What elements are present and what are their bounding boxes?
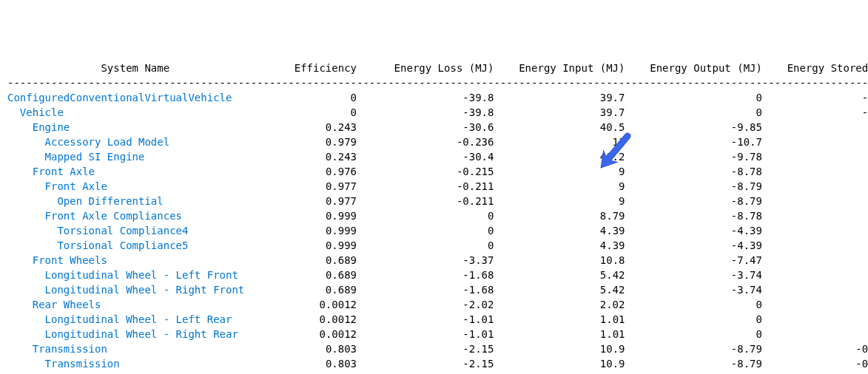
- cell-value: 0: [762, 254, 868, 266]
- cell-value: 0.999: [269, 210, 357, 222]
- system-name-link[interactable]: Front Axle Compliances: [45, 210, 182, 222]
- cell-value: 8.79: [494, 210, 625, 222]
- cell-value: 0: [762, 166, 868, 177]
- cell-value: -4.39: [625, 239, 762, 251]
- cell-value: 0.689: [269, 254, 357, 266]
- cell-value: 1.01: [494, 313, 625, 325]
- cell-value: -7.47: [625, 254, 762, 266]
- cell-value: 0.0012: [269, 313, 357, 325]
- cell-value: 4.39: [494, 239, 625, 251]
- system-name-link[interactable]: Vehicle: [20, 106, 64, 118]
- cell-value: 0: [762, 195, 868, 207]
- system-name-link[interactable]: Torsional Compliance4: [57, 225, 188, 237]
- cell-value: 0: [762, 121, 868, 133]
- col-header: Energy Loss (MJ): [357, 62, 494, 74]
- system-name-link[interactable]: Transmission: [33, 343, 107, 355]
- cell-value: 0.689: [269, 284, 357, 296]
- system-name-link[interactable]: Rear Wheels: [33, 299, 101, 310]
- cell-value: -1.01: [357, 328, 494, 340]
- cell-value: 0: [625, 92, 761, 103]
- cell-value: -39.8: [357, 92, 494, 103]
- cell-value: -0.211: [357, 195, 494, 207]
- cell-value: 0: [762, 313, 868, 325]
- cell-value: -8.79: [625, 343, 762, 355]
- cell-value: -0.109: [762, 92, 868, 103]
- cell-value: 4.39: [494, 225, 625, 237]
- col-header: System Name: [7, 62, 269, 74]
- cell-value: 0: [762, 284, 868, 296]
- cell-value: 0: [762, 239, 868, 251]
- annotation-arrow-icon: [244, 362, 311, 374]
- cell-value: 0.999: [269, 225, 357, 237]
- col-header: Energy Output (MJ): [625, 62, 761, 74]
- cell-value: -3.37: [357, 254, 494, 266]
- cell-value: 0.976: [269, 166, 357, 177]
- cell-value: 0: [762, 151, 868, 163]
- col-header: Efficiency: [269, 62, 357, 74]
- cell-value: 0: [762, 299, 868, 310]
- cell-value: 0.0012: [269, 299, 357, 310]
- cell-value: 0.977: [269, 180, 357, 192]
- cell-value: -0.211: [357, 180, 494, 192]
- energy-report-table: System Name Efficiency Energy Loss (MJ) …: [7, 59, 861, 374]
- cell-value: -0.109: [762, 106, 868, 118]
- system-name-link[interactable]: ConfiguredConventionalVirtualVehicle: [7, 92, 232, 103]
- cell-value: 0: [269, 92, 357, 103]
- cell-value: -0.236: [357, 136, 494, 148]
- cell-value: -3.74: [625, 269, 762, 281]
- col-header: Energy Input (MJ): [494, 62, 625, 74]
- cell-value: 0: [269, 106, 357, 118]
- cell-value: 5.42: [494, 284, 625, 296]
- cell-value: 0.803: [269, 343, 357, 355]
- system-name-link[interactable]: Longitudinal Wheel - Right Rear: [45, 328, 238, 340]
- cell-value: 0.243: [269, 121, 357, 133]
- system-name-link[interactable]: Front Axle: [33, 166, 95, 177]
- cell-value: -1.01: [357, 313, 494, 325]
- system-name-link[interactable]: Torsional Compliance5: [57, 239, 188, 251]
- system-name-link[interactable]: Longitudinal Wheel - Right Front: [45, 284, 245, 296]
- system-name-link[interactable]: Transmission: [45, 358, 120, 370]
- cell-value: -8.79: [625, 358, 762, 370]
- cell-value: 10.8: [494, 254, 625, 266]
- cell-value: -1.68: [357, 269, 494, 281]
- cell-value: -4.39: [625, 225, 762, 237]
- cell-value: -0.0219: [762, 343, 868, 355]
- cell-value: 0: [762, 328, 868, 340]
- cell-value: 0: [625, 313, 762, 325]
- cell-value: 0: [762, 225, 868, 237]
- cell-value: -30.6: [357, 121, 494, 133]
- cell-value: 5.42: [494, 269, 625, 281]
- cell-value: 0: [762, 136, 868, 148]
- cell-value: -2.15: [357, 343, 494, 355]
- cell-value: 0.689: [269, 269, 357, 281]
- cell-value: 0: [357, 239, 494, 251]
- system-name-link[interactable]: Engine: [33, 121, 70, 133]
- cell-value: 0: [625, 299, 761, 310]
- cell-value: -39.8: [357, 106, 494, 118]
- cell-value: -0.0219: [762, 358, 868, 370]
- cell-value: -1.68: [357, 284, 494, 296]
- cell-value: -3.74: [625, 284, 761, 296]
- cell-value: 0.243: [269, 151, 357, 163]
- system-name-link[interactable]: Front Axle: [45, 180, 107, 192]
- system-name-link[interactable]: Open Differential: [57, 195, 163, 207]
- cell-value: 0: [357, 225, 494, 237]
- system-name-link[interactable]: Front Wheels: [33, 254, 107, 266]
- cell-value: 0: [357, 210, 494, 222]
- cell-value: 0.979: [269, 136, 357, 148]
- cell-value: 39.7: [494, 92, 625, 103]
- cell-value: -0.215: [357, 166, 494, 177]
- separator: ----------------------------------------…: [7, 77, 868, 89]
- cell-value: 0.999: [269, 239, 357, 251]
- cell-value: -30.4: [357, 151, 494, 163]
- system-name-link[interactable]: Accessory Load Model: [45, 136, 170, 148]
- cell-value: 10.9: [494, 343, 625, 355]
- cell-value: 0: [762, 210, 868, 222]
- cell-value: 10.9: [494, 358, 625, 370]
- system-name-link[interactable]: Mapped SI Engine: [45, 151, 145, 163]
- system-name-link[interactable]: Longitudinal Wheel - Left Front: [45, 269, 238, 281]
- system-name-link[interactable]: Longitudinal Wheel - Left Rear: [45, 313, 232, 325]
- cell-value: 0.0012: [269, 328, 357, 340]
- cell-value: -2.02: [357, 299, 494, 310]
- cell-value: 0.977: [269, 195, 357, 207]
